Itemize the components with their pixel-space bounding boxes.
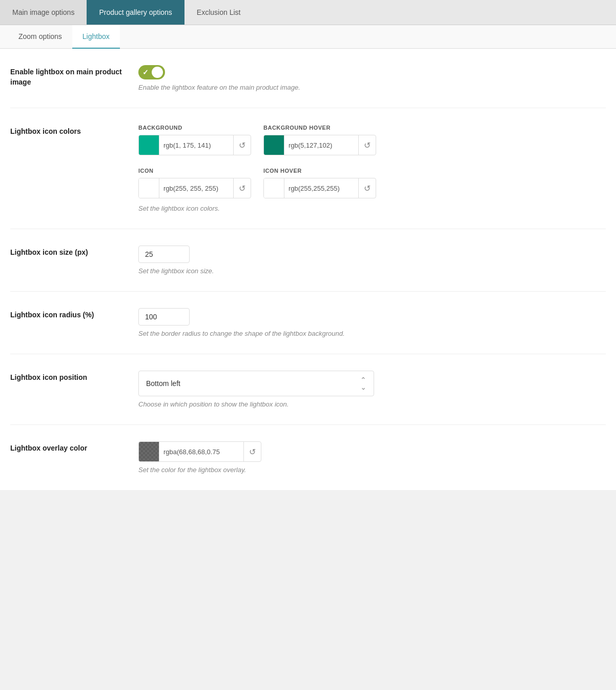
background-hover-swatch: [264, 135, 284, 155]
lightbox-overlay-color-description: Set the color for the lightbox overlay.: [138, 466, 606, 474]
icon-hover-swatch: [264, 178, 284, 198]
enable-lightbox-toggle[interactable]: ✓: [138, 65, 165, 79]
lightbox-icon-radius-description: Set the border radius to change the shap…: [138, 330, 606, 337]
lightbox-icon-size-label: Lightbox icon size (px): [10, 246, 138, 258]
icon-label: ICON: [138, 168, 251, 174]
background-value: rgb(1, 175, 141): [159, 141, 233, 149]
icon-control[interactable]: rgb(255, 255, 255) ↺: [138, 178, 251, 198]
lightbox-icon-colors-content: BACKGROUND rgb(1, 175, 141) ↺ BACKGROUND…: [138, 125, 606, 212]
icon-hover-control[interactable]: rgb(255,255,255) ↺: [263, 178, 376, 198]
overlay-swatch-inner: [139, 442, 159, 461]
lightbox-icon-position-row: Lightbox icon position Bottom left ⌃ ⌃ C…: [10, 354, 606, 425]
overlay-color-value: rgba(68,68,68,0.75: [159, 448, 243, 456]
lightbox-icon-size-row: Lightbox icon size (px) Set the lightbox…: [10, 229, 606, 292]
lightbox-icon-radius-input[interactable]: [138, 308, 190, 326]
background-hover-label: BACKGROUND HOVER: [263, 125, 376, 131]
background-hover-reset-button[interactable]: ↺: [358, 135, 376, 155]
tab-main-image[interactable]: Main image options: [0, 0, 87, 25]
select-arrows-icon: ⌃ ⌃: [360, 376, 366, 391]
lightbox-icon-position-content: Bottom left ⌃ ⌃ Choose in which position…: [138, 371, 606, 408]
lightbox-icon-size-input[interactable]: [138, 246, 190, 263]
background-hover-picker: BACKGROUND HOVER rgb(5,127,102) ↺: [263, 125, 376, 155]
lightbox-icon-position-label: Lightbox icon position: [10, 371, 138, 383]
tab-exclusion-list[interactable]: Exclusion List: [184, 0, 253, 25]
tab-zoom-options[interactable]: Zoom options: [8, 25, 72, 49]
settings-container: Enable lightbox on main product image ✓ …: [0, 49, 616, 490]
icon-hover-reset-button[interactable]: ↺: [358, 178, 376, 198]
lightbox-icon-radius-row: Lightbox icon radius (%) Set the border …: [10, 292, 606, 354]
icon-reset-button[interactable]: ↺: [233, 178, 251, 198]
lightbox-icon-radius-label: Lightbox icon radius (%): [10, 308, 138, 320]
background-hover-value: rgb(5,127,102): [284, 141, 358, 149]
enable-lightbox-row: Enable lightbox on main product image ✓ …: [10, 49, 606, 108]
icon-hover-label: ICON HOVER: [263, 168, 376, 174]
background-reset-button[interactable]: ↺: [233, 135, 251, 155]
background-label: BACKGROUND: [138, 125, 251, 131]
lightbox-overlay-color-content: rgba(68,68,68,0.75 ↺ Set the color for t…: [138, 441, 606, 474]
lightbox-icon-size-description: Set the lightbox icon size.: [138, 267, 606, 275]
overlay-color-reset-button[interactable]: ↺: [243, 442, 261, 461]
icon-hover-picker: ICON HOVER rgb(255,255,255) ↺: [263, 168, 376, 198]
background-control[interactable]: rgb(1, 175, 141) ↺: [138, 135, 251, 155]
icon-colors-description: Set the lightbox icon colors.: [138, 205, 606, 212]
tab-lightbox[interactable]: Lightbox: [72, 25, 120, 49]
enable-lightbox-label: Enable lightbox on main product image: [10, 65, 138, 87]
background-hover-control[interactable]: rgb(5,127,102) ↺: [263, 135, 376, 155]
color-row-1: BACKGROUND rgb(1, 175, 141) ↺ BACKGROUND…: [138, 125, 606, 155]
lightbox-icon-position-description: Choose in which position to show the lig…: [138, 400, 606, 408]
toggle-check-icon: ✓: [142, 68, 149, 76]
top-tab-bar: Main image options Product gallery optio…: [0, 0, 616, 25]
icon-value: rgb(255, 255, 255): [159, 185, 233, 192]
lightbox-icon-position-select[interactable]: Bottom left ⌃ ⌃: [138, 371, 374, 396]
lightbox-overlay-color-row: Lightbox overlay color rgba(68,68,68,0.7…: [10, 425, 606, 490]
overlay-color-control[interactable]: rgba(68,68,68,0.75 ↺: [138, 441, 261, 462]
lightbox-icon-colors-label: Lightbox icon colors: [10, 125, 138, 137]
enable-lightbox-description: Enable the lightbox feature on the main …: [138, 84, 606, 91]
lightbox-icon-colors-row: Lightbox icon colors BACKGROUND rgb(1, 1…: [10, 108, 606, 229]
background-picker: BACKGROUND rgb(1, 175, 141) ↺: [138, 125, 251, 155]
overlay-color-swatch: [139, 442, 159, 461]
lightbox-icon-size-content: Set the lightbox icon size.: [138, 246, 606, 275]
sub-tab-bar: Zoom options Lightbox: [0, 25, 616, 49]
color-row-2: ICON rgb(255, 255, 255) ↺ ICON HOVER rgb…: [138, 168, 606, 198]
lightbox-icon-radius-content: Set the border radius to change the shap…: [138, 308, 606, 337]
main-content: Zoom options Lightbox Enable lightbox on…: [0, 25, 616, 490]
icon-picker: ICON rgb(255, 255, 255) ↺: [138, 168, 251, 198]
enable-lightbox-content: ✓ Enable the lightbox feature on the mai…: [138, 65, 606, 91]
icon-hover-value: rgb(255,255,255): [284, 185, 358, 192]
tab-product-gallery[interactable]: Product gallery options: [87, 0, 184, 25]
lightbox-icon-position-value: Bottom left: [146, 379, 180, 388]
background-swatch: [139, 135, 159, 155]
icon-swatch: [139, 178, 159, 198]
lightbox-overlay-color-label: Lightbox overlay color: [10, 441, 138, 454]
